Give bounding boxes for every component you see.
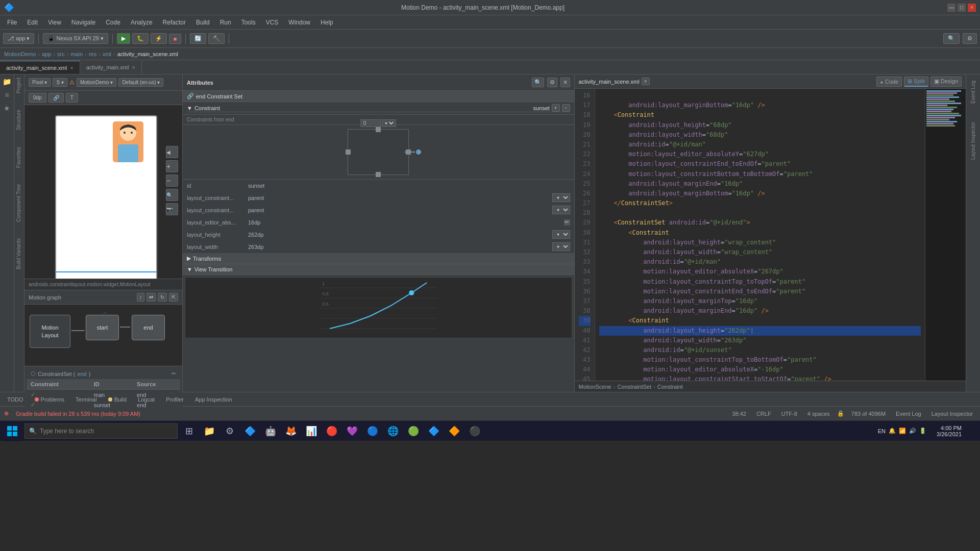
layout-inspector-btn[interactable]: Layout Inspector (928, 411, 976, 417)
build-tab[interactable]: Build (103, 394, 132, 405)
taskbar-app13[interactable]: 🔶 (445, 422, 463, 440)
progress-input[interactable] (361, 119, 381, 127)
menu-refactor[interactable]: Refactor (158, 17, 191, 28)
zoom-in-button[interactable]: + (166, 160, 178, 172)
search-everywhere-button[interactable]: 🔍 (943, 33, 960, 44)
build-variants-label[interactable]: Build Variants (14, 235, 24, 272)
cb-constraint[interactable]: Constraint (657, 384, 683, 390)
taskbar-intellij[interactable]: 🔷 (241, 422, 259, 440)
split-view-button[interactable]: ⊞ Split (904, 77, 928, 87)
add-right-constraint[interactable] (416, 149, 421, 155)
mg-tool-3[interactable]: ↻ (158, 293, 167, 302)
structure-icon[interactable]: ≡ (2, 90, 12, 100)
motion-layout-node[interactable]: MotionLayout (30, 315, 70, 348)
breadcrumb-item-5[interactable]: xml (103, 51, 111, 57)
attr-settings-button[interactable]: ⚙ (547, 78, 557, 87)
menu-build[interactable]: Build (191, 17, 215, 28)
debug-button[interactable]: 🐛 (132, 33, 149, 44)
locale-dropdown[interactable]: Default (en-us) ▾ (118, 78, 163, 87)
menu-analyze[interactable]: Analyze (126, 17, 158, 28)
profiler-tab[interactable]: Profiler (161, 394, 189, 405)
clock-display[interactable]: 4:00 PM 3/26/2021 (933, 425, 966, 437)
taskbar-search[interactable]: 🔍 Type here to search (24, 423, 178, 439)
menu-vcs[interactable]: VCS (261, 17, 284, 28)
end-node[interactable]: end (132, 315, 165, 340)
progress-select[interactable]: ▾ (382, 119, 396, 127)
menu-run[interactable]: Run (215, 17, 236, 28)
taskbar-intellij2[interactable]: 🔵 (363, 422, 382, 440)
cursor-position[interactable]: 38:42 (729, 411, 749, 417)
device-selector[interactable]: 📱 Nexus 5X API 29 ▾ (43, 33, 108, 44)
constraint-tool[interactable]: 🔗 (48, 93, 64, 103)
code-close-button[interactable]: × (642, 78, 650, 85)
bookmarks-icon[interactable]: ★ (2, 103, 12, 113)
menu-edit[interactable]: Edit (22, 17, 43, 28)
menu-file[interactable]: File (2, 17, 22, 28)
width-select[interactable]: ▾ (552, 242, 570, 251)
attr-search-button[interactable]: 🔍 (532, 78, 544, 87)
sync-button[interactable]: 🔄 (190, 33, 206, 44)
code-text[interactable]: android:layout_marginBottom="16dp" /> <C… (595, 89, 925, 381)
settings-button[interactable]: ⚙ (963, 33, 977, 44)
taskbar-app12[interactable]: 🔷 (425, 422, 443, 440)
profile-button[interactable]: ⚡ (151, 33, 167, 44)
structure-label[interactable]: Structure (14, 107, 24, 134)
menu-help[interactable]: Help (315, 17, 338, 28)
favorites-label[interactable]: Favorites (14, 144, 24, 171)
maximize-button[interactable]: □ (958, 4, 966, 12)
view-transition-section[interactable]: ▼ View Transition (183, 264, 574, 275)
taskbar-explorer[interactable]: 📁 (200, 422, 218, 440)
screenshot-button[interactable]: 📷 (166, 203, 178, 215)
build-button[interactable]: 🔨 (208, 33, 225, 44)
taskbar-vscode[interactable]: 💜 (343, 422, 361, 440)
project-icon[interactable]: 📁 (2, 77, 12, 87)
edit-icon[interactable]: ✏ (564, 219, 570, 226)
terminal-tab[interactable]: Terminal (70, 394, 102, 405)
line-ending[interactable]: CRLF (753, 411, 774, 417)
taskbar-firefox[interactable]: 🦊 (282, 422, 300, 440)
indent[interactable]: 4 spaces (804, 411, 833, 417)
taskbar-chrome[interactable]: 🌐 (384, 422, 402, 440)
window-controls[interactable]: — □ × (947, 4, 976, 12)
mg-tool-2[interactable]: ⇄ (146, 293, 156, 302)
cb-motionscene[interactable]: MotionScene (579, 384, 611, 390)
app-dropdown[interactable]: MotionDemo ▾ (77, 78, 116, 87)
todo-tab[interactable]: TODO (2, 394, 29, 405)
minimize-button[interactable]: — (947, 4, 955, 12)
add-constraint-button[interactable]: + (552, 104, 560, 112)
breadcrumb-item-3[interactable]: main (70, 51, 83, 57)
constraint-header[interactable]: ▼ Constraint sunset + − (187, 104, 570, 112)
attr-close-button[interactable]: ✕ (560, 78, 570, 87)
run-button[interactable]: ▶ (117, 33, 130, 44)
zoom-fit-button[interactable]: 🔍 (166, 189, 178, 201)
menu-navigate[interactable]: Navigate (66, 17, 101, 28)
event-log-tab[interactable]: Event Log (970, 77, 976, 108)
back-button[interactable]: ◀ (166, 146, 178, 158)
app-inspection-tab[interactable]: App Inspection (190, 394, 237, 405)
menu-window[interactable]: Window (283, 17, 315, 28)
task-view-button[interactable]: ⊞ (180, 422, 198, 440)
breadcrumb-item-1[interactable]: app (42, 51, 51, 57)
remove-constraint-button[interactable]: − (562, 104, 570, 112)
tab-close-2[interactable]: × (132, 64, 135, 70)
bottom-handle[interactable] (376, 172, 381, 177)
start-button[interactable] (2, 421, 22, 441)
dp-value[interactable]: 0dp (29, 93, 46, 103)
top-handle[interactable] (376, 127, 381, 132)
breadcrumb-item-6[interactable]: activity_main_scene.xml (117, 51, 178, 57)
taskbar-app11[interactable]: 🟢 (404, 422, 423, 440)
cs-edit-button[interactable]: ✏ (172, 370, 176, 377)
constraint-top-select[interactable]: ▾ (552, 206, 570, 214)
taskbar-app7[interactable]: 🔴 (323, 422, 341, 440)
taskbar-app6[interactable]: 📊 (302, 422, 321, 440)
tab-activity-main[interactable]: activity_main.xml × (80, 61, 142, 74)
show-desktop-button[interactable] (968, 421, 978, 441)
code-view-button[interactable]: ⬥ Code (876, 77, 902, 87)
zoom-out-button[interactable]: − (166, 174, 178, 187)
event-log-btn[interactable]: Event Log (893, 411, 924, 417)
mg-tool-1[interactable]: ↕ (137, 293, 144, 302)
layout-inspector-tab[interactable]: Layout Inspector (970, 118, 976, 164)
menu-tools[interactable]: Tools (236, 17, 261, 28)
taskbar-android-studio[interactable]: 🤖 (261, 422, 280, 440)
transforms-section[interactable]: ▶ Transforms (183, 253, 574, 264)
